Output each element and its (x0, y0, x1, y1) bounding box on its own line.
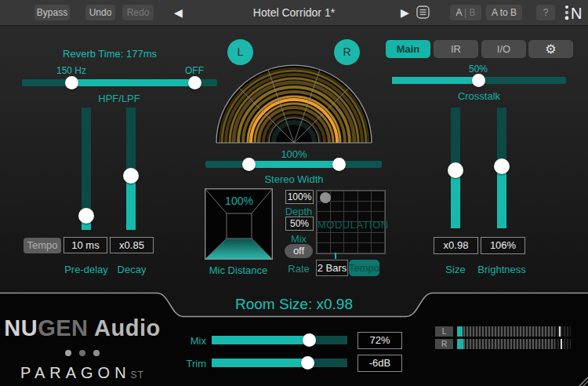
modulation-handle[interactable] (320, 192, 331, 203)
crosstalk-label: Crosstalk (432, 90, 526, 102)
tab-ir[interactable]: IR (434, 40, 478, 58)
ab-separator: | (464, 7, 466, 18)
brightness-value-box[interactable]: 106% (481, 237, 525, 254)
mix-slider[interactable] (212, 336, 347, 344)
brightness-slider-handle[interactable] (494, 158, 510, 174)
mod-rate-label: Rate (275, 263, 322, 275)
right-tab-strip: Main IR I/O ⚙ (386, 40, 574, 58)
right-channel-badge[interactable]: R (334, 39, 360, 65)
mix-label: Mix (169, 335, 206, 347)
nugen-n-logo[interactable]: N (564, 3, 586, 27)
hpf-slider-handle[interactable] (65, 76, 78, 89)
crosstalk-value: 50% (455, 64, 502, 75)
brand-gen: GEN (38, 315, 88, 340)
gear-icon: ⚙ (545, 42, 556, 56)
lpf-slider-handle[interactable] (188, 76, 201, 89)
brand-audio: Audio (89, 315, 161, 340)
stereo-width-right-handle[interactable] (332, 158, 346, 171)
predelay-value-box[interactable]: 10 ms (64, 237, 107, 253)
trim-value-box[interactable]: -6dB (358, 355, 402, 372)
modulation-watermark: MODULATION (318, 219, 385, 231)
trim-slider-handle[interactable] (301, 356, 314, 370)
mod-tempo-toggle[interactable]: Tempo (349, 260, 379, 276)
stereo-width-label: Stereo Width (247, 173, 341, 185)
brand-block: NUGEN Audio PARAGONST (0, 315, 165, 382)
stereo-width-value: 100% (263, 148, 325, 160)
mic-distance-value: 100% (216, 195, 263, 207)
reverb-time-readout: Reverb Time: 177ms (31, 48, 188, 60)
preset-menu-icon[interactable] (416, 5, 430, 22)
bypass-button[interactable]: Bypass (34, 5, 70, 20)
tab-main[interactable]: Main (386, 40, 430, 58)
hpf-lpf-slider[interactable] (22, 79, 217, 86)
next-preset-icon[interactable]: ▶ (401, 5, 409, 20)
decay-slider[interactable] (126, 107, 136, 230)
settings-tab[interactable]: ⚙ (528, 40, 573, 58)
mix-slider-handle[interactable] (303, 333, 316, 347)
paragon-plugin-window: Bypass Undo Redo ◀ Hotel Corridor 1* ▶ A… (0, 0, 588, 386)
brand-nu: NU (4, 315, 38, 340)
mod-bars-value-box[interactable]: 2 Bars (316, 260, 348, 276)
predelay-slider[interactable] (82, 107, 91, 230)
mod-depth-label: Depth (275, 206, 322, 217)
crosstalk-slider-handle[interactable] (472, 74, 485, 87)
mod-depth-value-box[interactable]: 100% (285, 190, 314, 204)
meter-left-label: L (435, 326, 453, 337)
size-slider-handle[interactable] (448, 162, 463, 178)
left-channel-badge[interactable]: L (227, 39, 253, 65)
trim-slider[interactable] (212, 359, 347, 367)
mix-value-box[interactable]: 72% (358, 332, 402, 349)
a-to-b-button[interactable]: A to B (486, 5, 522, 20)
modulation-xy-pad[interactable]: MODULATION (316, 190, 386, 254)
right-level-meter (457, 339, 571, 349)
mod-mix-label: Mix (275, 233, 322, 245)
hpf-value: 150 Hz (48, 65, 95, 76)
mic-distance-pad[interactable]: 100% (205, 188, 273, 263)
resize-grip[interactable] (577, 375, 588, 386)
left-level-meter (457, 326, 571, 337)
help-button[interactable]: ? (536, 5, 555, 20)
ab-a-label: A (456, 7, 461, 18)
size-value-box[interactable]: x0.98 (434, 237, 478, 254)
mod-rate-off-button[interactable]: off (285, 244, 313, 258)
meter-right-label: R (435, 339, 453, 349)
product-paragon: PARAGON (20, 364, 131, 381)
lpf-value: OFF (174, 65, 215, 76)
main-panel: Reverb Time: 177ms 150 Hz OFF HPF/LPF Te… (0, 26, 588, 292)
status-readout: Room Size: x0.98 (184, 296, 404, 313)
mod-grid-tick (335, 253, 336, 259)
prev-preset-icon[interactable]: ◀ (174, 5, 183, 20)
mod-mix-value-box[interactable]: 50% (285, 217, 314, 231)
predelay-tempo-toggle[interactable]: Tempo (24, 238, 61, 253)
svg-text:N: N (571, 5, 582, 22)
undo-button[interactable]: Undo (85, 5, 115, 20)
stereo-width-slider[interactable] (205, 161, 382, 168)
brightness-slider[interactable] (497, 107, 506, 228)
decay-value-box[interactable]: x0.85 (110, 237, 154, 253)
decay-slider-handle[interactable] (123, 168, 139, 184)
top-toolbar: Bypass Undo Redo ◀ Hotel Corridor 1* ▶ A… (0, 0, 588, 26)
ab-compare-button[interactable]: A | B (450, 5, 481, 20)
brightness-label: Brightness (470, 264, 533, 275)
size-slider[interactable] (451, 107, 460, 228)
tab-io[interactable]: I/O (481, 40, 526, 58)
ab-b-label: B (470, 7, 476, 18)
mic-distance-label: Mic Distance (199, 264, 278, 276)
stereo-width-left-handle[interactable] (242, 158, 256, 171)
brand-dots (0, 345, 165, 359)
predelay-slider-handle[interactable] (78, 208, 94, 224)
reverb-radar-display (215, 64, 373, 147)
redo-button[interactable]: Redo (122, 5, 154, 20)
preset-name[interactable]: Hotel Corridor 1* (220, 6, 368, 19)
crosstalk-slider[interactable] (392, 77, 566, 84)
decay-label: Decay (100, 264, 163, 275)
product-name: PARAGONST (0, 364, 165, 382)
trim-label: Trim (169, 358, 206, 370)
filter-label: HPF/LPF (72, 93, 166, 104)
brand-logo: NUGEN Audio (0, 315, 165, 341)
product-st: ST (131, 370, 144, 381)
bottom-bar: Room Size: x0.98 NUGEN Audio PARAGONST M… (0, 292, 588, 386)
